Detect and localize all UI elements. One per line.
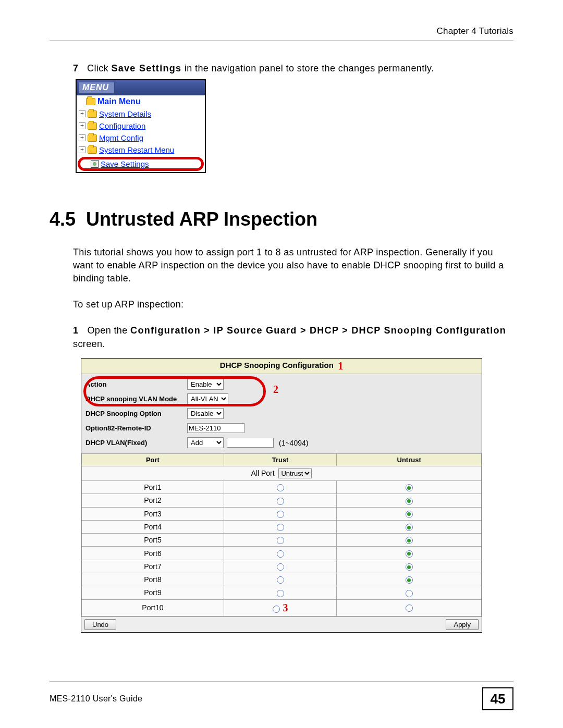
port-name: Port4 bbox=[82, 520, 224, 533]
menu-item-label: System Restart Menu bbox=[99, 145, 174, 154]
port-name: Port1 bbox=[82, 480, 224, 493]
dhcp-figure: DHCP Snooping Configuration 1 2 Action E… bbox=[81, 358, 482, 633]
section-heading: 4.5 Untrusted ARP Inspection bbox=[50, 208, 513, 230]
untrust-radio[interactable] bbox=[406, 498, 413, 505]
menu-item[interactable]: + System Details bbox=[77, 108, 205, 120]
col-untrust: Untrust bbox=[337, 453, 482, 466]
section-title: Untrusted ARP Inspection bbox=[86, 208, 317, 230]
trust-cell bbox=[224, 560, 336, 573]
menu-item-label: Configuration bbox=[99, 121, 145, 130]
all-port-select[interactable]: Untrust bbox=[278, 468, 312, 478]
step1-path: Configuration > IP Source Guard > DHCP >… bbox=[130, 325, 506, 336]
setup-line: To set up ARP inspection: bbox=[73, 298, 513, 311]
chapter-header: Chapter 4 Tutorials bbox=[50, 26, 513, 36]
annotation-3: 3 bbox=[283, 602, 288, 613]
table-row: Port3 bbox=[82, 507, 482, 520]
col-trust: Trust bbox=[224, 453, 336, 466]
save-settings-highlight: Save Settings bbox=[78, 157, 204, 171]
step-number: 1 bbox=[73, 324, 84, 337]
trust-radio[interactable] bbox=[277, 537, 284, 544]
form-row-remote-id: Option82-Remote-ID bbox=[85, 421, 478, 436]
trust-radio[interactable] bbox=[277, 563, 284, 571]
untrust-radio[interactable] bbox=[406, 511, 413, 518]
menu-item[interactable]: + System Restart Menu bbox=[77, 144, 205, 156]
table-row: Port5 bbox=[82, 534, 482, 547]
table-row: Port8 bbox=[82, 573, 482, 586]
menu-item[interactable]: + Configuration bbox=[77, 120, 205, 132]
table-row: Port103 bbox=[82, 599, 482, 616]
page-footer: MES-2110 User's Guide 45 bbox=[50, 682, 513, 710]
remote-id-label: Option82-Remote-ID bbox=[85, 424, 187, 432]
untrust-radio[interactable] bbox=[406, 524, 413, 531]
expand-icon[interactable]: + bbox=[79, 122, 85, 129]
menu-item-label: Mgmt Config bbox=[99, 133, 143, 142]
menu-item[interactable]: + Mgmt Config bbox=[77, 132, 205, 144]
form-row-vlan-fixed: DHCP VLAN(Fixed) Add (1~4094) bbox=[85, 436, 478, 450]
footer-guide: MES-2110 User's Guide bbox=[50, 694, 142, 704]
red-oval-highlight bbox=[83, 376, 266, 406]
header-divider bbox=[50, 41, 513, 41]
port-name: Port2 bbox=[82, 494, 224, 507]
trust-radio[interactable] bbox=[277, 484, 284, 491]
button-row: Undo Apply bbox=[81, 616, 482, 632]
option-select[interactable]: Disable bbox=[187, 408, 224, 419]
port-name: Port10 bbox=[82, 599, 224, 616]
folder-icon bbox=[88, 122, 97, 130]
folder-icon bbox=[88, 134, 97, 142]
untrust-cell bbox=[337, 560, 482, 573]
trust-cell: 3 bbox=[224, 599, 336, 616]
trust-radio[interactable] bbox=[277, 498, 284, 505]
trust-cell bbox=[224, 480, 336, 493]
undo-button[interactable]: Undo bbox=[84, 619, 116, 630]
port-table: Port Trust Untrust All Port Untrust Port… bbox=[81, 453, 482, 616]
untrust-radio[interactable] bbox=[406, 537, 413, 544]
expand-icon[interactable]: + bbox=[79, 134, 85, 141]
trust-radio[interactable] bbox=[277, 511, 284, 518]
footer-divider bbox=[50, 682, 513, 682]
section-number: 4.5 bbox=[50, 208, 76, 230]
untrust-radio[interactable] bbox=[406, 590, 413, 597]
dhcp-form: 2 Action Enable DHCP snooping VLAN Mode … bbox=[81, 374, 482, 453]
untrust-cell bbox=[337, 573, 482, 586]
expand-icon[interactable]: + bbox=[79, 146, 85, 153]
expand-icon[interactable]: + bbox=[79, 110, 85, 117]
vlan-fixed-hint: (1~4094) bbox=[279, 439, 308, 447]
folder-icon bbox=[86, 98, 95, 105]
untrust-radio[interactable] bbox=[406, 484, 413, 491]
trust-radio[interactable] bbox=[277, 590, 284, 597]
trust-cell bbox=[224, 520, 336, 533]
vlan-fixed-input[interactable] bbox=[227, 438, 274, 448]
untrust-cell bbox=[337, 520, 482, 533]
step1-post: screen. bbox=[73, 339, 105, 349]
port-name: Port6 bbox=[82, 547, 224, 560]
trust-radio[interactable] bbox=[277, 550, 284, 558]
menu-main-label: Main Menu bbox=[97, 97, 141, 106]
folder-icon bbox=[88, 110, 97, 118]
table-row: Port1 bbox=[82, 480, 482, 493]
trust-radio[interactable] bbox=[273, 606, 280, 613]
untrust-radio[interactable] bbox=[406, 550, 413, 558]
trust-cell bbox=[224, 573, 336, 586]
trust-radio[interactable] bbox=[277, 576, 284, 584]
untrust-radio[interactable] bbox=[406, 576, 413, 584]
untrust-radio[interactable] bbox=[406, 563, 413, 571]
untrust-cell bbox=[337, 494, 482, 507]
trust-cell bbox=[224, 547, 336, 560]
save-settings-link[interactable]: Save Settings bbox=[101, 159, 149, 168]
vlan-fixed-select[interactable]: Add bbox=[187, 437, 224, 448]
menu-main[interactable]: Main Menu bbox=[77, 95, 205, 108]
untrust-cell bbox=[337, 599, 482, 616]
untrust-radio[interactable] bbox=[406, 604, 413, 612]
step-post: in the navigation panel to store the cha… bbox=[181, 63, 434, 73]
untrust-cell bbox=[337, 534, 482, 547]
port-name: Port9 bbox=[82, 586, 224, 599]
trust-radio[interactable] bbox=[277, 524, 284, 531]
form-row-option: DHCP Snooping Option Disable bbox=[85, 406, 478, 421]
table-row: Port7 bbox=[82, 560, 482, 573]
remote-id-input[interactable] bbox=[187, 423, 244, 433]
all-port-row: All Port Untrust bbox=[82, 466, 482, 480]
apply-button[interactable]: Apply bbox=[446, 619, 479, 630]
all-port-label: All Port bbox=[251, 469, 275, 477]
table-row: Port4 bbox=[82, 520, 482, 533]
trust-cell bbox=[224, 507, 336, 520]
